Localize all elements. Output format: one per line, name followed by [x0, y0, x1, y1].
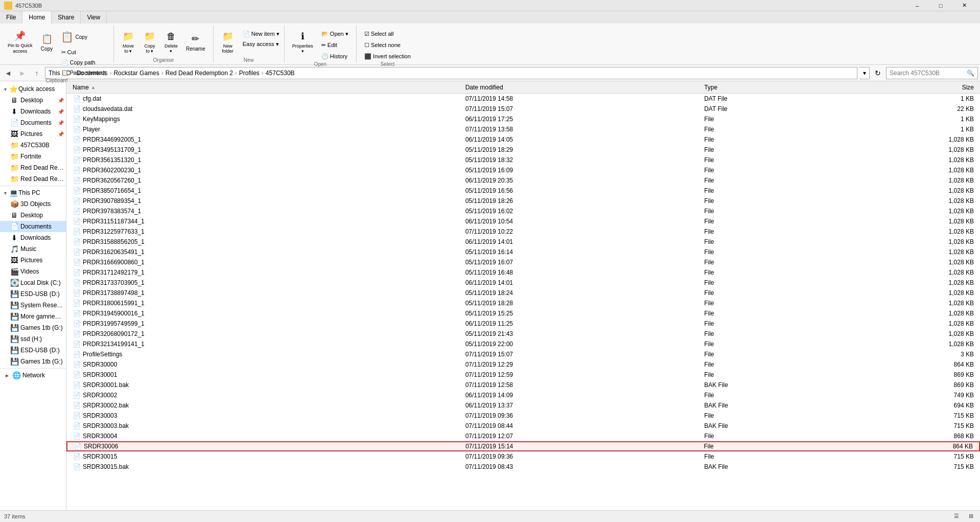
file-row[interactable]: 📄 ProfileSettings 07/11/2019 15:07 File …: [66, 349, 980, 359]
minimize-button[interactable]: –: [905, 0, 929, 11]
quick-access-header[interactable]: ▾ ⭐ Quick access: [0, 83, 66, 95]
details-view-button[interactable]: ☰: [951, 511, 962, 521]
breadcrumb-rockstar[interactable]: Rockstar Games: [113, 70, 159, 77]
file-row[interactable]: 📄 PRDR31225977633_1 07/11/2019 10:22 Fil…: [66, 226, 980, 237]
open-button[interactable]: 📂 Open ▾: [318, 29, 352, 39]
col-size[interactable]: Size: [862, 84, 978, 91]
copy-to-button[interactable]: 📁 Copyto ▾: [139, 27, 160, 57]
file-row[interactable]: 📄 PRDR31738897498_1 05/11/2019 18:24 Fil…: [66, 288, 980, 298]
easy-access-button[interactable]: Easy access ▾: [239, 39, 280, 49]
file-row[interactable]: 📄 PRDR31712492179_1 05/11/2019 16:48 Fil…: [66, 267, 980, 278]
sidebar-item-documents-quick[interactable]: 📄 Documents 📌: [0, 117, 66, 128]
select-none-button[interactable]: ☐ Select none: [361, 40, 414, 50]
move-to-button[interactable]: 📁 Moveto ▾: [118, 27, 138, 57]
sidebar-item-ssd-h[interactable]: 💾 ssd (H:): [0, 333, 66, 345]
breadcrumb-rdr2[interactable]: Red Dead Redemption 2: [166, 70, 233, 77]
file-row[interactable]: 📄 PRDR31995749599_1 06/11/2019 11:25 Fil…: [66, 319, 980, 329]
file-row[interactable]: 📄 SRDR30002 06/11/2019 14:09 File 749 KB: [66, 390, 980, 400]
file-row[interactable]: 📄 PRDR3602200230_1 05/11/2019 16:09 File…: [66, 165, 980, 175]
address-dropdown-button[interactable]: ▾: [859, 67, 870, 79]
sidebar-item-fortnite[interactable]: 📁 Fortnite: [0, 151, 66, 162]
sidebar-item-pictures-pc[interactable]: 🖼 Pictures: [0, 255, 66, 266]
copy-button[interactable]: 📋 Copy: [37, 27, 57, 57]
file-row[interactable]: 📄 cfg.dat 07/11/2019 14:58 DAT File 1 KB: [66, 94, 980, 104]
sidebar-item-esd-usb-d[interactable]: 💾 ESD-USB (D:): [0, 288, 66, 300]
tab-home[interactable]: Home: [22, 11, 52, 24]
file-row[interactable]: 📄 PRDR3978383574_1 05/11/2019 16:02 File…: [66, 206, 980, 216]
file-row[interactable]: 📄 PRDR31151187344_1 06/11/2019 10:54 Fil…: [66, 216, 980, 226]
file-row[interactable]: 📄 SRDR30003 07/11/2019 09:36 File 715 KB: [66, 411, 980, 421]
file-row[interactable]: 📄 PRDR3620567260_1 06/11/2019 20:35 File…: [66, 175, 980, 186]
file-row[interactable]: 📄 SRDR30000 07/11/2019 12:29 File 864 KB: [66, 359, 980, 370]
file-row[interactable]: 📄 SRDR30006 07/11/2019 15:14 File 864 KB: [66, 441, 980, 451]
file-row[interactable]: 📄 PRDR31945900016_1 05/11/2019 15:25 Fil…: [66, 308, 980, 319]
file-row[interactable]: 📄 PRDR31666900860_1 05/11/2019 16:07 Fil…: [66, 257, 980, 267]
file-row[interactable]: 📄 SRDR30004 07/11/2019 12:07 File 868 KB: [66, 431, 980, 441]
file-row[interactable]: 📄 SRDR30003.bak 07/11/2019 08:44 BAK Fil…: [66, 421, 980, 431]
col-type[interactable]: Type: [700, 84, 862, 91]
file-row[interactable]: 📄 Player 07/11/2019 13:58 File 1 KB: [66, 124, 980, 134]
file-row[interactable]: 📄 SRDR30015.bak 07/11/2019 08:43 BAK Fil…: [66, 462, 980, 472]
file-row[interactable]: 📄 PRDR31620635491_1 05/11/2019 16:14 Fil…: [66, 247, 980, 257]
sidebar-item-rdr-1[interactable]: 📁 Red Dead Redempt: [0, 162, 66, 173]
sidebar-item-esd-usb-d2[interactable]: 💾 ESD-USB (D:): [0, 345, 66, 356]
file-row[interactable]: 📄 PRDR3907889354_1 05/11/2019 18:26 File…: [66, 196, 980, 206]
file-row[interactable]: 📄 PRDR31733703905_1 06/11/2019 14:01 Fil…: [66, 278, 980, 288]
this-pc-header[interactable]: ▾ 💻 This PC: [0, 187, 66, 198]
sidebar-item-games-1tb-g[interactable]: 💾 Games 1tb (G:): [0, 322, 66, 333]
sidebar-item-games-1tb-g2[interactable]: 💾 Games 1tb (G:): [0, 356, 66, 367]
sidebar-item-pictures-quick[interactable]: 🖼 Pictures 📌: [0, 128, 66, 140]
paste-button[interactable]: 📋 Copy: [58, 27, 109, 47]
sidebar-item-457c530b[interactable]: 📁 457C530B: [0, 140, 66, 151]
sidebar-item-more-games[interactable]: 💾 More gamnes (F:): [0, 311, 66, 322]
file-row[interactable]: 📄 PRDR3561351320_1 05/11/2019 18:32 File…: [66, 155, 980, 165]
sidebar-item-rdr-2[interactable]: 📁 Red Dead Redempt: [0, 173, 66, 185]
file-row[interactable]: 📄 PRDR3446992005_1 06/11/2019 14:05 File…: [66, 134, 980, 145]
sidebar-item-music[interactable]: 🎵 Music: [0, 243, 66, 255]
file-row[interactable]: 📄 PRDR32134199141_1 05/11/2019 22:00 Fil…: [66, 339, 980, 349]
file-row[interactable]: 📄 PRDR31588856205_1 06/11/2019 14:01 Fil…: [66, 237, 980, 247]
sidebar-item-desktop-quick[interactable]: 🖥 Desktop 📌: [0, 95, 66, 106]
rename-button[interactable]: ✏ Rename: [182, 27, 209, 57]
tab-view[interactable]: View: [81, 11, 107, 24]
breadcrumb-profiles[interactable]: Profiles: [239, 70, 260, 77]
pin-to-quick-access-button[interactable]: 📌 Pin to Quickaccess: [4, 27, 36, 57]
invert-selection-button[interactable]: ⬛ Invert selection: [361, 51, 414, 61]
file-row[interactable]: 📄 PRDR3495131709_1 05/11/2019 18:29 File…: [66, 145, 980, 155]
copy-path-button[interactable]: 📄 Copy path: [58, 57, 109, 67]
tab-file[interactable]: File: [0, 11, 22, 24]
sidebar-item-desktop-pc[interactable]: 🖥 Desktop: [0, 210, 66, 221]
tab-share[interactable]: Share: [52, 11, 81, 24]
file-row[interactable]: 📄 cloudsavedata.dat 07/11/2019 15:07 DAT…: [66, 104, 980, 114]
col-name[interactable]: Name ▲: [68, 84, 461, 91]
file-row[interactable]: 📄 SRDR30015 07/11/2019 09:36 File 715 KB: [66, 451, 980, 462]
sidebar-item-system-reserved[interactable]: 💾 System Reserved (E:: [0, 300, 66, 311]
sidebar-item-network[interactable]: ► 🌐 Network: [0, 370, 66, 381]
sidebar-item-documents-pc[interactable]: 📄 Documents: [0, 221, 66, 232]
history-button[interactable]: 🕐 History: [318, 51, 352, 61]
file-row[interactable]: 📄 PRDR31800615991_1 05/11/2019 18:28 Fil…: [66, 298, 980, 308]
large-icons-view-button[interactable]: ⊞: [966, 511, 976, 521]
sidebar-item-local-disk[interactable]: 💽 Local Disk (C:): [0, 277, 66, 288]
delete-button[interactable]: 🗑 Delete▾: [161, 27, 181, 57]
file-row[interactable]: 📄 SRDR30002.bak 06/11/2019 13:37 BAK Fil…: [66, 400, 980, 411]
paste-shortcut-button[interactable]: 📋 Paste shortcut: [58, 67, 109, 78]
sidebar-item-downloads-pc[interactable]: ⬇ Downloads: [0, 232, 66, 243]
cut-button[interactable]: ✂ Cut: [58, 47, 109, 57]
sidebar-item-downloads-quick[interactable]: ⬇ Downloads 📌: [0, 106, 66, 117]
new-item-button[interactable]: 📄 New item ▾: [239, 29, 280, 39]
file-row[interactable]: 📄 KeyMappings 06/11/2019 17:25 File 1 KB: [66, 114, 980, 124]
file-row[interactable]: 📄 SRDR30001 07/11/2019 12:59 File 869 KB: [66, 370, 980, 380]
search-input[interactable]: [890, 70, 965, 77]
new-folder-button[interactable]: 📁 Newfolder: [218, 27, 238, 57]
sidebar-item-videos[interactable]: 🎬 Videos: [0, 266, 66, 277]
sidebar-item-3d[interactable]: 📦 3D Objects: [0, 198, 66, 210]
select-all-button[interactable]: ☑ Select all: [361, 29, 414, 39]
properties-button[interactable]: ℹ Properties▾: [289, 27, 317, 57]
close-button[interactable]: ✕: [952, 0, 976, 11]
maximize-button[interactable]: □: [929, 0, 952, 11]
file-row[interactable]: 📄 PRDR32068090172_1 05/11/2019 21:43 Fil…: [66, 329, 980, 339]
file-row[interactable]: 📄 PRDR3850716654_1 05/11/2019 16:56 File…: [66, 186, 980, 196]
file-row[interactable]: 📄 SRDR30001.bak 07/11/2019 12:58 BAK Fil…: [66, 380, 980, 390]
refresh-button[interactable]: ↻: [872, 67, 884, 79]
